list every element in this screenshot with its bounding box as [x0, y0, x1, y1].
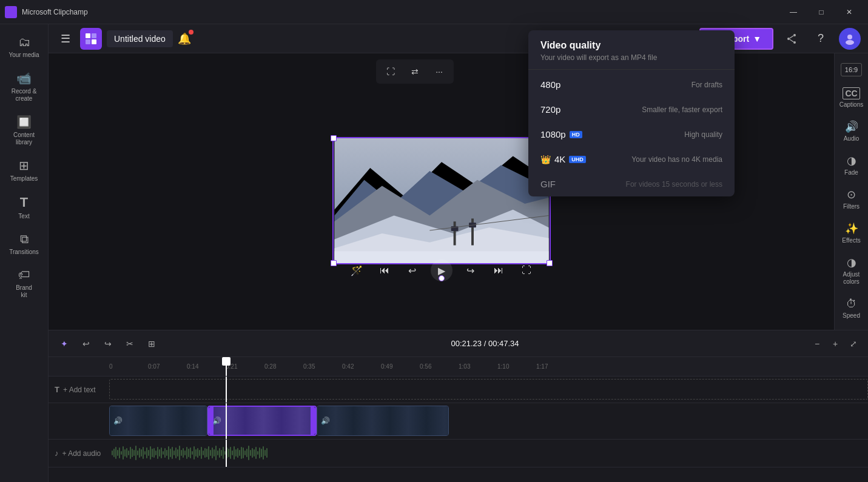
clip-trim-left[interactable]: [209, 407, 214, 435]
quality-desc-480p: For drafts: [691, 81, 722, 89]
add-audio-button[interactable]: + Add audio: [62, 449, 101, 458]
zoom-in-button[interactable]: +: [828, 336, 843, 351]
video-clip-selected[interactable]: 🔊: [207, 406, 317, 436]
templates-icon: ⊞: [19, 158, 29, 173]
titlebar-title: Microsoft Clipchamp: [22, 8, 88, 16]
more-options-button[interactable]: ···: [429, 62, 449, 81]
user-avatar[interactable]: [839, 28, 861, 50]
quality-label-1080p: 1080pHD: [540, 129, 582, 139]
ruler-mark-56: 0:56: [420, 363, 431, 370]
waveform-bar: [232, 450, 233, 455]
close-button[interactable]: ✕: [835, 0, 863, 24]
text-track-content: [109, 377, 868, 403]
waveform-bar: [210, 450, 211, 456]
waveform-bar: [215, 446, 217, 460]
video-clip-1[interactable]: 🔊: [109, 406, 207, 436]
prev-frame-button[interactable]: ⏮: [375, 261, 394, 280]
aspect-ratio-button[interactable]: 16:9: [841, 63, 862, 76]
maximize-button[interactable]: □: [807, 0, 835, 24]
audio-track-icon: ♪: [55, 449, 59, 458]
sidebar-item-transitions[interactable]: ⧉ Transitions: [0, 226, 48, 262]
waveform-bar: [235, 449, 237, 457]
waveform-bar: [137, 450, 138, 455]
waveform-bar: [234, 446, 235, 460]
waveform-bar: [177, 449, 178, 457]
waveform-bars: [112, 446, 866, 460]
quality-option-4k[interactable]: 👑 4KUHD Your video has no 4K media: [528, 147, 735, 172]
waveform-bar: [139, 448, 140, 458]
right-panel-speed[interactable]: ⏱ Speed: [835, 292, 868, 325]
sidebar-item-label-brand: Brandkit: [16, 284, 32, 299]
ruler-mark-0: 0: [109, 363, 113, 370]
next-frame-button[interactable]: ⏭: [489, 261, 508, 280]
left-sidebar: 🗂 Your media 📹 Record &create 🔲 Contentl…: [0, 24, 49, 482]
waveform-bar: [208, 446, 209, 460]
ruler-playhead: [226, 357, 227, 376]
waveform-bar: [197, 448, 198, 458]
split-button[interactable]: ⊞: [143, 335, 160, 352]
menu-button[interactable]: ☰: [56, 29, 75, 49]
redo-button[interactable]: ↪: [99, 335, 116, 352]
clip-audio-icon-1: 🔊: [113, 417, 123, 425]
right-panel-effects[interactable]: ✨ Effects: [835, 216, 868, 250]
waveform-bar: [223, 447, 224, 459]
quality-option-1080p[interactable]: 1080pHD High quality: [528, 122, 735, 147]
waveform-bar: [150, 446, 151, 460]
titlebar-left: Microsoft Clipchamp: [5, 6, 88, 18]
titlebar-controls: — □ ✕: [779, 0, 863, 24]
video-clip-3[interactable]: 🔊: [317, 406, 449, 436]
scissors-button[interactable]: ✂: [121, 335, 138, 352]
adjust-colors-icon: ◑: [847, 256, 856, 269]
video-title[interactable]: Untitled video: [107, 30, 173, 47]
sidebar-item-templates[interactable]: ⊞ Templates: [0, 152, 48, 189]
sidebar-item-label-transitions: Transitions: [9, 249, 39, 256]
add-filter-button[interactable]: 🪄: [347, 261, 366, 280]
add-text-button[interactable]: + Add text: [63, 386, 96, 394]
sidebar-item-record-create[interactable]: 📹 Record &create: [0, 65, 48, 109]
sidebar-item-your-media[interactable]: 🗂 Your media: [0, 29, 48, 65]
clip-trim-right[interactable]: [311, 407, 315, 435]
quality-option-480p[interactable]: 480p For drafts: [528, 72, 735, 97]
magic-tool-button[interactable]: ✦: [56, 335, 73, 352]
right-panel-filters[interactable]: ⊙ Filters: [835, 182, 868, 216]
waveform-bar: [195, 449, 197, 457]
help-button[interactable]: ?: [810, 28, 832, 50]
right-panel-captions[interactable]: CC Captions: [835, 81, 868, 114]
minimize-button[interactable]: —: [779, 0, 807, 24]
zoom-out-button[interactable]: −: [810, 336, 824, 351]
waveform-bar: [183, 448, 184, 458]
waveform-bar: [161, 447, 162, 458]
undo-button[interactable]: ↩: [78, 335, 95, 352]
waveform-bar: [201, 447, 202, 459]
playhead-handle[interactable]: [222, 357, 230, 366]
waveform-bar: [168, 446, 169, 460]
quality-option-720p[interactable]: 720p Smaller file, faster export: [528, 97, 735, 122]
waveform-bar: [172, 447, 173, 459]
svg-line-7: [790, 36, 793, 38]
flip-button[interactable]: ⇄: [405, 62, 425, 81]
right-panel-fade[interactable]: ◑ Fade: [835, 148, 868, 182]
share-button[interactable]: [781, 28, 802, 50]
video-content: [334, 138, 550, 263]
waveform-bar: [212, 447, 213, 458]
crop-button[interactable]: ⛶: [381, 62, 400, 81]
play-button[interactable]: ▶: [431, 259, 453, 281]
right-panel-audio[interactable]: 🔊 Audio: [835, 114, 868, 148]
waveform-bar: [252, 448, 253, 458]
video-track-row: 🔊 🔊: [49, 403, 868, 440]
handle-top-left[interactable]: [331, 135, 337, 141]
forward-button[interactable]: ↪: [461, 261, 480, 280]
sidebar-item-text[interactable]: T Text: [0, 189, 48, 226]
rewind-button[interactable]: ↩: [403, 261, 422, 280]
fit-to-screen-button[interactable]: ⤢: [846, 336, 861, 351]
fullscreen-button[interactable]: ⛶: [517, 261, 536, 280]
right-panel-adjust-colors[interactable]: ◑ Adjustcolors: [835, 250, 868, 292]
sidebar-item-brand-kit[interactable]: 🏷 Brandkit: [0, 262, 48, 305]
handle-bottom-left[interactable]: [331, 260, 337, 266]
sidebar-item-content-library[interactable]: 🔲 Contentlibrary: [0, 109, 48, 152]
crown-icon-4k: 👑: [540, 155, 551, 164]
timeline-toolbar: ✦ ↩ ↪ ✂ ⊞ 00:21.23 / 00:47.34 − + ⤢: [49, 330, 868, 357]
waveform-bar: [166, 450, 167, 456]
handle-bottom-right[interactable]: [547, 260, 553, 266]
waveform-bar: [257, 451, 258, 455]
